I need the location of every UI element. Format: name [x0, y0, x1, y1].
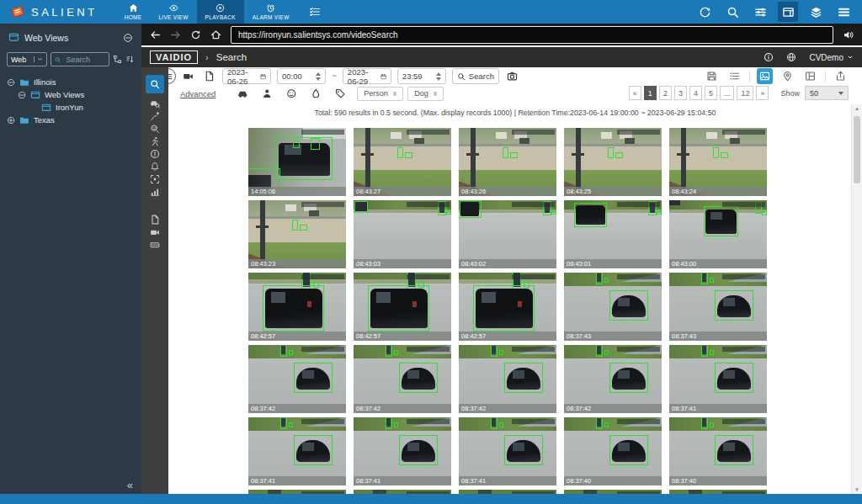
face-search-icon[interactable] — [146, 122, 164, 135]
info-icon[interactable] — [764, 52, 774, 62]
file-select-icon[interactable] — [201, 69, 216, 84]
time-spinner[interactable] — [436, 72, 441, 81]
collapse-all-icon[interactable] — [123, 33, 133, 43]
scrollbar-thumb[interactable] — [854, 116, 860, 183]
camera-select-icon[interactable] — [180, 69, 195, 84]
layers-icon[interactable] — [806, 2, 826, 22]
sliders-icon[interactable] — [750, 2, 770, 22]
page-4[interactable]: 4 — [689, 86, 702, 100]
result-thumbnail[interactable]: 08:43:02 — [459, 200, 556, 268]
collapse-icon[interactable] — [18, 91, 26, 99]
sort-icon[interactable] — [125, 55, 135, 64]
page-3[interactable]: 3 — [674, 86, 687, 100]
url-input[interactable] — [231, 30, 833, 40]
result-thumbnail[interactable]: 08:37:40 — [669, 417, 767, 485]
page-2[interactable]: 2 — [659, 86, 672, 100]
result-thumbnail[interactable]: 14:05:06 — [248, 128, 346, 196]
nav-alarm-view[interactable]: ALARM VIEW — [244, 0, 298, 24]
result-thumbnail[interactable]: 08:37:41 — [669, 345, 767, 413]
result-thumbnail[interactable]: 08:37:41 — [248, 417, 346, 485]
tag-filter-icon[interactable] — [333, 87, 347, 100]
tree-filter-icon[interactable] — [113, 55, 122, 64]
color-filter-icon[interactable] — [309, 87, 322, 100]
page-next[interactable]: » — [756, 86, 769, 100]
nav-live-view[interactable]: LIVE VIEW — [150, 0, 196, 24]
map-view-icon[interactable] — [780, 68, 795, 84]
action-recognition-icon[interactable] — [146, 135, 164, 147]
date-from-field[interactable]: 2023-06-26 — [222, 68, 271, 84]
speaker-icon[interactable] — [843, 29, 854, 40]
result-thumbnail[interactable]: 08:37:42 — [248, 345, 346, 413]
result-thumbnail[interactable]: 08:43:25 — [564, 128, 662, 196]
page-ellipsis[interactable]: ... — [720, 86, 735, 100]
time-spinner[interactable] — [316, 72, 321, 81]
layout-view-icon[interactable] — [802, 68, 818, 84]
video-search-icon[interactable] — [146, 75, 164, 93]
result-thumbnail[interactable]: 08:37:41 — [354, 417, 451, 485]
result-thumbnail[interactable]: 08:43:23 — [248, 200, 346, 268]
sidebar-collapse-button[interactable]: « — [127, 479, 133, 491]
result-thumbnail[interactable]: 08:43:27 — [354, 128, 451, 196]
scene-watch-icon[interactable] — [146, 172, 164, 185]
result-thumbnail[interactable]: 08:42:57 — [354, 273, 451, 341]
result-thumbnail[interactable]: 08:43:26 — [459, 128, 556, 196]
time-from-field[interactable]: 00:00 — [277, 68, 326, 84]
chip-remove[interactable]: x — [393, 89, 397, 98]
page-1[interactable]: 1 — [644, 86, 657, 100]
reload-icon[interactable] — [190, 29, 201, 40]
tree-type-select[interactable]: Web — [7, 52, 47, 66]
expand-icon[interactable] — [7, 116, 15, 125]
time-to-field[interactable]: 23:59 — [397, 68, 446, 84]
result-thumbnail[interactable]: 08:37:43 — [669, 273, 767, 341]
nav-checklist[interactable] — [298, 0, 332, 24]
person-filter-icon[interactable] — [260, 87, 274, 100]
report-icon[interactable] — [146, 213, 164, 225]
camera-manage-icon[interactable] — [146, 225, 164, 238]
collapse-icon[interactable] — [7, 78, 15, 87]
back-icon[interactable] — [150, 29, 161, 40]
panel-view-icon[interactable] — [778, 2, 798, 22]
scroll-up-icon[interactable]: ▲ — [852, 106, 862, 111]
page-5[interactable]: 5 — [705, 86, 717, 100]
page-12[interactable]: 12 — [737, 86, 753, 100]
result-thumbnail[interactable]: 08:43:24 — [669, 128, 767, 196]
result-thumbnail[interactable]: 08:37:42 — [459, 345, 556, 413]
globe-icon[interactable] — [786, 52, 796, 62]
statistics-icon[interactable] — [146, 185, 164, 198]
search-icon[interactable] — [722, 2, 742, 22]
sync-icon[interactable] — [694, 2, 715, 22]
tree-item-ironyun[interactable]: IronYun — [0, 101, 141, 114]
tree-item-web-views[interactable]: Web Views — [0, 88, 141, 101]
license-plate-icon[interactable] — [146, 238, 164, 251]
result-thumbnail[interactable]: 08:37:43 — [564, 273, 662, 341]
home-icon[interactable] — [210, 29, 221, 40]
result-thumbnail[interactable]: 08:37:42 — [564, 345, 662, 413]
tree-item-texas[interactable]: Texas — [0, 114, 141, 126]
alert-icon[interactable] — [146, 147, 164, 160]
notification-icon[interactable] — [146, 160, 164, 172]
result-thumbnail[interactable]: 08:43:00 — [669, 200, 767, 268]
result-thumbnail[interactable]: 08:37:40 — [564, 417, 662, 485]
list-view-icon[interactable] — [726, 68, 742, 84]
page-size-select[interactable]: 50 — [805, 86, 849, 100]
snapshot-search-icon[interactable] — [505, 69, 520, 84]
search-button[interactable]: Search — [452, 68, 499, 84]
result-thumbnail[interactable]: 08:42:57 — [248, 273, 346, 341]
forward-icon[interactable] — [170, 29, 181, 40]
result-thumbnail[interactable]: 08:37:42 — [354, 345, 451, 413]
vertical-scrollbar[interactable]: ▲ ▼ — [851, 104, 862, 494]
face-filter-icon[interactable] — [285, 87, 298, 100]
save-icon[interactable] — [704, 68, 720, 84]
tree-item-illinois[interactable]: Illinois — [0, 76, 141, 88]
vehicle-filter-icon[interactable] — [236, 87, 249, 100]
result-thumbnail[interactable]: 08:43:01 — [564, 200, 662, 268]
advanced-link[interactable]: Advanced — [180, 89, 216, 98]
result-thumbnail[interactable]: 08:37:41 — [459, 417, 556, 485]
vehicle-search-icon[interactable] — [146, 97, 164, 109]
thumbnail-view-icon[interactable] — [757, 68, 773, 84]
date-to-field[interactable]: 2023-06-29 — [343, 68, 391, 84]
result-thumbnail[interactable]: 08:42:57 — [459, 273, 556, 341]
export-icon[interactable] — [833, 68, 849, 84]
nav-home[interactable]: HOME — [116, 0, 151, 24]
result-thumbnail[interactable]: 08:43:03 — [354, 200, 451, 268]
